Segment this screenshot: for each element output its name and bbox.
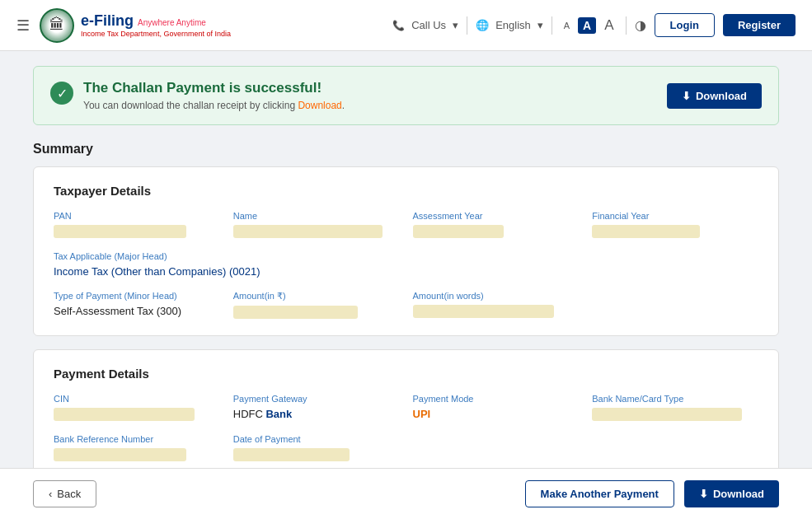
tax-applicable-label: Tax Applicable (Major Head) <box>54 251 758 261</box>
pan-item: PAN <box>54 211 220 238</box>
globe-icon <box>476 19 489 31</box>
success-subtitle: You can download the challan receipt by … <box>83 100 345 111</box>
payment-card: Payment Details CIN Payment Gateway HDFC… <box>33 349 779 479</box>
divider-2 <box>552 16 552 35</box>
success-banner: ✓ The Challan Payment is successful! You… <box>33 66 779 125</box>
divider-3 <box>626 16 627 35</box>
cin-value <box>54 408 195 421</box>
lang-chevron-icon: ▾ <box>537 19 543 31</box>
success-icon: ✓ <box>50 82 73 105</box>
name-label: Name <box>233 211 400 221</box>
payment-type-value: Self-Assessment Tax (300) <box>54 305 220 317</box>
amount-inr-label: Amount(in ₹) <box>233 291 400 302</box>
bank-name-value <box>592 408 742 421</box>
tax-applicable-row: Tax Applicable (Major Head) Income Tax (… <box>54 251 758 278</box>
cin-item: CIN <box>54 394 220 421</box>
header-left: ☰ 🏛 e-Filing Anywhere Anytime Income Tax… <box>16 8 231 43</box>
call-chevron-icon: ▾ <box>453 19 458 31</box>
header-right: Call Us ▾ English ▾ A A A ◑ Login Regist… <box>392 13 796 37</box>
name-value <box>233 225 383 238</box>
bank-ref-item: Bank Reference Number <box>54 434 220 461</box>
date-label: Date of Payment <box>233 434 400 444</box>
financial-year-label: Financial Year <box>592 211 758 221</box>
payment-type-item: Type of Payment (Minor Head) Self-Assess… <box>54 291 220 319</box>
call-us-label: Call Us <box>411 19 446 31</box>
amount-row: Type of Payment (Minor Head) Self-Assess… <box>54 291 758 319</box>
success-title: The Challan Payment is successful! <box>83 80 345 96</box>
payment-mode-value: UPI <box>413 408 580 420</box>
amount-words-item: Amount(in words) <box>413 291 580 319</box>
efiling-brand: e-Filing Anywhere Anytime <box>81 12 231 30</box>
login-button[interactable]: Login <box>655 13 715 37</box>
back-chevron-icon: ‹ <box>49 488 52 500</box>
contrast-btn[interactable]: ◑ <box>635 17 646 33</box>
bank-ref-label: Bank Reference Number <box>54 434 220 444</box>
gateway-label: Payment Gateway <box>233 394 400 404</box>
payment-row1: CIN Payment Gateway HDFC Bank Payment Mo… <box>54 394 758 421</box>
taxpayer-card: Taxpayer Details PAN Name Assessment Yea… <box>33 166 779 336</box>
bank-name-label: Bank Name/Card Type <box>592 394 758 404</box>
main-content: ✓ The Challan Payment is successful! You… <box>0 51 812 508</box>
name-item: Name <box>233 211 400 238</box>
summary-heading: Summary <box>33 142 779 157</box>
logo-emblem: 🏛 <box>40 8 74 43</box>
gateway-item: Payment Gateway HDFC Bank <box>233 394 400 421</box>
payment-mode-item: Payment Mode UPI <box>413 394 580 421</box>
amount-words-label: Amount(in words) <box>413 291 580 301</box>
financial-year-value <box>592 225 700 238</box>
assessment-year-value <box>413 225 505 238</box>
footer-right: Make Another Payment ⬇ Download <box>525 480 779 507</box>
header: ☰ 🏛 e-Filing Anywhere Anytime Income Tax… <box>0 0 812 51</box>
taxpayer-card-title: Taxpayer Details <box>54 184 758 198</box>
font-medium-btn[interactable]: A <box>578 17 596 34</box>
phone-icon <box>392 19 405 31</box>
payment-type-label: Type of Payment (Minor Head) <box>54 291 220 301</box>
language-group[interactable]: English ▾ <box>476 19 543 31</box>
pan-label: PAN <box>54 211 220 221</box>
tax-applicable-value: Income Tax (Other than Companies) (0021) <box>54 265 758 278</box>
download-link-text: Download <box>298 100 341 111</box>
assessment-year-label: Assessment Year <box>413 211 580 221</box>
font-large-btn[interactable]: A <box>601 16 617 35</box>
success-left: ✓ The Challan Payment is successful! You… <box>50 80 345 111</box>
make-another-payment-button[interactable]: Make Another Payment <box>525 480 674 507</box>
register-button[interactable]: Register <box>723 14 796 36</box>
tax-applicable-item: Tax Applicable (Major Head) Income Tax (… <box>54 251 758 278</box>
language-label: English <box>495 19 531 31</box>
financial-year-item: Financial Year <box>592 211 758 238</box>
cin-label: CIN <box>54 394 220 404</box>
payment-card-title: Payment Details <box>54 367 758 381</box>
font-size-controls: A A A <box>561 16 617 35</box>
assessment-year-item: Assessment Year <box>413 211 580 238</box>
back-button[interactable]: ‹ Back <box>33 480 96 507</box>
logo-text: e-Filing Anywhere Anytime Income Tax Dep… <box>81 12 231 38</box>
banner-download-button[interactable]: ⬇ Download <box>667 83 762 109</box>
amount-inr-item: Amount(in ₹) <box>233 291 400 319</box>
call-us-group[interactable]: Call Us ▾ <box>392 19 458 31</box>
amount-inr-value <box>233 306 358 319</box>
divider-1 <box>467 16 467 35</box>
bank-name-item: Bank Name/Card Type <box>592 394 758 421</box>
footer-bar: ‹ Back Make Another Payment ⬇ Download <box>0 468 812 519</box>
payment-mode-label: Payment Mode <box>413 394 580 404</box>
efiling-tagline: Anywhere Anytime <box>138 18 206 27</box>
amount-words-value <box>413 305 554 318</box>
date-value <box>233 448 350 461</box>
payment-row2: Bank Reference Number Date of Payment <box>54 434 758 461</box>
hamburger-icon[interactable]: ☰ <box>16 16 30 35</box>
hdfc-bank-label: Bank <box>265 408 292 420</box>
taxpayer-row1: PAN Name Assessment Year Financial Year <box>54 211 758 238</box>
gateway-value: HDFC Bank <box>233 408 400 420</box>
date-item: Date of Payment <box>233 434 400 461</box>
pan-value <box>54 225 186 238</box>
logo-area: 🏛 e-Filing Anywhere Anytime Income Tax D… <box>40 8 231 43</box>
success-text-area: The Challan Payment is successful! You c… <box>83 80 345 111</box>
bank-ref-value <box>54 448 186 461</box>
download-icon-banner: ⬇ <box>682 90 691 102</box>
download-icon-footer: ⬇ <box>699 488 708 500</box>
footer-download-button[interactable]: ⬇ Download <box>684 480 779 507</box>
dept-name: Income Tax Department, Government of Ind… <box>81 30 231 38</box>
font-small-btn[interactable]: A <box>561 19 573 32</box>
